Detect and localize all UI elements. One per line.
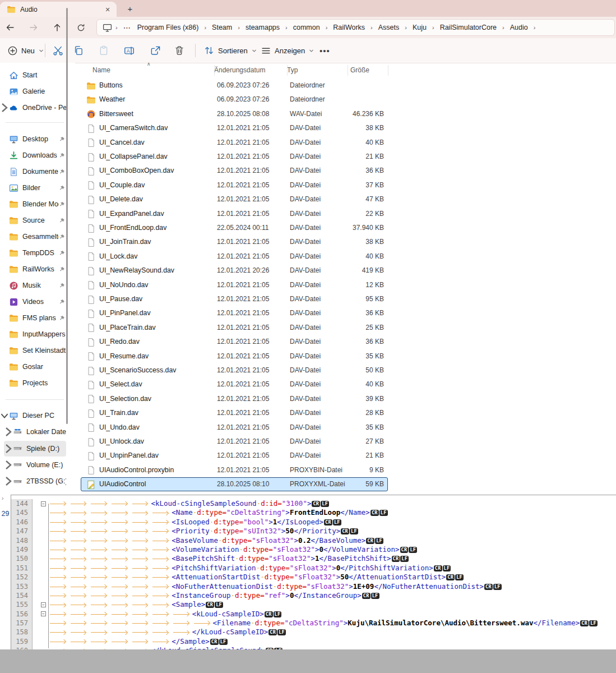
- fold-margin[interactable]: [39, 527, 48, 536]
- sidebar-item-lokaler-datent[interactable]: Lokaler Datent: [4, 424, 66, 440]
- file-row[interactable]: UI_FrontEndLoop.dav22.05.2024 00:11DAV-D…: [81, 221, 388, 235]
- file-row[interactable]: UI_Lock.dav12.01.2021 21:05DAV-Datei40 K…: [81, 250, 388, 264]
- delete-button[interactable]: [170, 43, 189, 58]
- view-button[interactable]: Anzeigen: [257, 43, 318, 58]
- fold-collapse-box[interactable]: −: [41, 501, 46, 506]
- code-text[interactable]: <Name·d:type="cDeltaString">FrontEndLoop…: [48, 508, 616, 517]
- fold-collapse-box[interactable]: −: [41, 602, 46, 607]
- file-row[interactable]: UI_NoUndo.dav12.01.2021 21:05DAV-Datei12…: [81, 278, 388, 292]
- fold-margin[interactable]: [39, 554, 48, 563]
- column-separator[interactable]: [388, 65, 388, 76]
- fold-margin[interactable]: [39, 518, 48, 527]
- sidebar-item-blender-mod[interactable]: Blender Mod: [0, 196, 66, 212]
- sidebar-item-dieser-pc[interactable]: Dieser PC: [0, 408, 66, 423]
- sort-button[interactable]: Sortieren: [200, 43, 261, 58]
- breadcrumb-item[interactable]: common: [290, 22, 323, 33]
- file-row[interactable]: UI_NewRelaySound.dav12.01.2021 20:26DAV-…: [81, 264, 388, 278]
- bookmark-margin[interactable]: [33, 545, 39, 554]
- column-separator[interactable]: [348, 65, 348, 76]
- code-text[interactable]: <VolumeVariation·d:type="sFloat32">0</Vo…: [48, 545, 616, 554]
- bookmark-margin[interactable]: [33, 527, 39, 536]
- fold-margin[interactable]: [39, 573, 48, 582]
- column-separator[interactable]: [287, 65, 288, 76]
- file-row[interactable]: UI_ExpandPanel.dav12.01.2021 21:05DAV-Da…: [81, 207, 388, 221]
- explorer-tab-audio[interactable]: Audio ✕: [0, 2, 117, 17]
- sidebar-item-start[interactable]: Start: [0, 67, 66, 83]
- sidebar-item-videos[interactable]: Videos: [0, 294, 66, 310]
- sidebar-item-set-kleinstadt-60[interactable]: Set Kleinstadt 60: [0, 343, 66, 358]
- file-row[interactable]: UI_JoinTrain.dav12.01.2021 21:05DAV-Date…: [81, 235, 388, 249]
- tab-close-icon[interactable]: ✕: [103, 5, 112, 14]
- share-button[interactable]: [146, 43, 165, 58]
- file-row[interactable]: UI_Unlock.dav12.01.2021 21:05DAV-Datei27…: [81, 435, 388, 449]
- sidebar-item-galerie[interactable]: Galerie: [0, 84, 66, 99]
- bookmark-margin[interactable]: [33, 582, 39, 591]
- code-text[interactable]: <BasePitchShift·d:type="sFloat32">1</Bas…: [48, 554, 616, 563]
- new-button[interactable]: Neu: [3, 43, 48, 58]
- file-row[interactable]: UI_ScenarioSuccess.dav12.01.2021 21:05DA…: [81, 363, 388, 377]
- rename-button[interactable]: A: [119, 43, 139, 58]
- fold-margin[interactable]: [39, 508, 48, 517]
- file-row[interactable]: UIAudioControl.proxybin12.01.2021 21:05P…: [81, 463, 388, 477]
- fold-margin[interactable]: [39, 619, 48, 628]
- sidebar-item-gesammelte-[interactable]: Gesammelte:: [0, 229, 66, 245]
- up-button[interactable]: [50, 21, 64, 34]
- bookmark-margin[interactable]: [33, 508, 39, 517]
- code-text[interactable]: <Filename·d:type="cDeltaString">Kuju\Rai…: [48, 619, 616, 628]
- sidebar-item-volume-e-[interactable]: Volume (E:): [4, 457, 66, 473]
- fold-margin[interactable]: [39, 628, 48, 637]
- sidebar-item-inputmappers[interactable]: InputMappers: [0, 326, 66, 342]
- bookmark-margin[interactable]: [33, 536, 39, 545]
- bookmark-margin[interactable]: [33, 564, 39, 573]
- notepad-editor[interactable]: 144−<kLoud-cSingleSampleSound·d:id="3100…: [11, 495, 616, 650]
- breadcrumb-item[interactable]: Assets: [375, 22, 403, 33]
- sidebar-item-railworks[interactable]: RailWorks: [0, 261, 66, 277]
- code-text[interactable]: </kLoud-cSampleID>CRLF: [48, 628, 616, 637]
- sidebar-item-fms-plans[interactable]: FMS plans: [0, 310, 66, 326]
- file-row[interactable]: UI_Pause.dav12.01.2021 21:05DAV-Datei95 …: [81, 292, 388, 306]
- sidebar-scrollbar[interactable]: [66, 8, 68, 424]
- bookmark-margin[interactable]: [33, 573, 39, 582]
- fold-margin[interactable]: [39, 637, 48, 646]
- sidebar-item-source[interactable]: Source: [0, 213, 66, 228]
- bookmark-margin[interactable]: [33, 637, 39, 646]
- sidebar-item-spiele-d-[interactable]: Spiele (D:): [4, 441, 66, 457]
- code-text[interactable]: <kLoud-cSingleSampleSound·d:id="3100">CR…: [48, 499, 616, 508]
- bookmark-margin[interactable]: [33, 619, 39, 628]
- sidebar-item-downloads[interactable]: Downloads: [0, 147, 66, 163]
- column-header-name[interactable]: Name: [92, 66, 110, 74]
- chevron-right-icon[interactable]: [0, 102, 9, 113]
- chevron-right-icon[interactable]: [4, 476, 13, 487]
- column-header-größe[interactable]: Größe: [350, 66, 369, 74]
- sidebar-item-2tbssd-g-[interactable]: 2TBSSD (G:): [4, 473, 66, 489]
- file-row[interactable]: UI_Resume.dav12.01.2021 21:05DAV-Datei35…: [81, 349, 388, 363]
- sidebar-item-desktop[interactable]: Desktop: [0, 131, 66, 147]
- copy-button[interactable]: [69, 43, 88, 58]
- code-text[interactable]: <AttenuationStartDist·d:type="sFloat32">…: [48, 573, 616, 582]
- breadcrumb-item[interactable]: Steam: [209, 22, 235, 33]
- file-row[interactable]: UI_PinPanel.dav12.01.2021 21:05DAV-Datei…: [81, 306, 388, 320]
- chevron-down-icon[interactable]: [0, 412, 9, 420]
- bookmark-margin[interactable]: [33, 554, 39, 563]
- file-row[interactable]: UIAudioControl28.10.2025 08:10PROXYXML-D…: [81, 477, 388, 491]
- refresh-button[interactable]: [74, 21, 87, 34]
- file-row[interactable]: UI_CollapsePanel.dav12.01.2021 21:05DAV-…: [81, 150, 388, 164]
- chevron-right-icon[interactable]: [4, 459, 13, 471]
- address-bar[interactable]: › ⋯ Program Files (x86)›Steam›steamapps›…: [96, 19, 615, 36]
- file-row[interactable]: UI_PlaceTrain.dav12.01.2021 21:05DAV-Dat…: [81, 321, 388, 335]
- fold-margin[interactable]: [39, 564, 48, 573]
- new-tab-button[interactable]: +: [124, 3, 136, 15]
- bookmark-margin[interactable]: [33, 499, 39, 508]
- breadcrumb-item[interactable]: RailWorks: [330, 22, 368, 33]
- file-row[interactable]: UI_Redo.dav12.01.2021 21:05DAV-Datei36 K…: [81, 335, 388, 349]
- file-row[interactable]: UI_CameraSwitch.dav12.01.2021 21:05DAV-D…: [81, 121, 388, 135]
- forward-button[interactable]: [27, 21, 40, 34]
- breadcrumb-item[interactable]: Kuju: [409, 22, 430, 33]
- paste-button[interactable]: [94, 43, 113, 58]
- sidebar-item-musik[interactable]: Musik: [0, 278, 66, 293]
- file-row[interactable]: UI_Select.dav12.01.2021 21:05DAV-Datei40…: [81, 377, 388, 391]
- code-text[interactable]: <Priority·d:type="sUInt32">50</Priority>…: [48, 527, 616, 536]
- file-row[interactable]: Bittersweet28.10.2025 08:08WAV-Datei46.2…: [81, 107, 388, 121]
- fold-margin[interactable]: [39, 582, 48, 591]
- code-text[interactable]: <kLoud-cSampleID>CRLF: [48, 610, 616, 619]
